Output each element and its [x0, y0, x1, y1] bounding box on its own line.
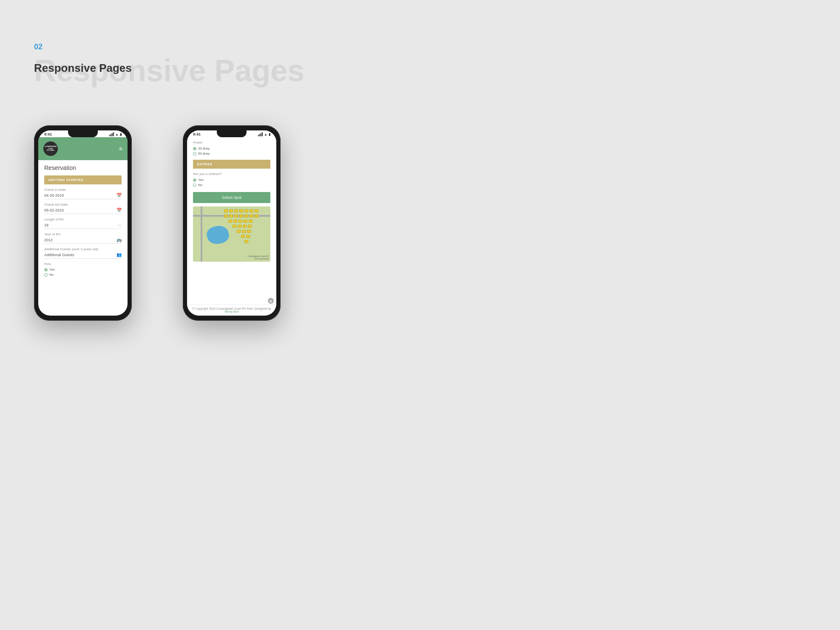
phone2-screen: 9:41 ▲ ▮ Power — [187, 130, 276, 316]
phone1-header-bar: CUNNINGHAMCOVERV PARK ≡ — [38, 137, 128, 160]
battery-icon2: ▮ — [269, 133, 270, 136]
rv-length-label: Length of RV — [44, 218, 122, 221]
rv-year-label: Year of RV — [44, 232, 122, 236]
rv-year-value: 2012 — [44, 238, 53, 242]
veteran-yes-option[interactable]: Yes — [193, 178, 270, 182]
logo-area: CUNNINGHAMCOVERV PARK — [43, 141, 58, 156]
pets-no-option[interactable]: No — [44, 273, 122, 277]
calendar-icon2: 📅 — [116, 208, 122, 212]
rv-length-field: Length of RV 18 ↔ — [44, 218, 122, 229]
additional-guests-label: Additional Guests (over 2 years old) — [44, 247, 122, 251]
phone2-frame: 9:41 ▲ ▮ Power — [183, 125, 281, 321]
pets-yes-radio[interactable] — [44, 268, 48, 271]
extras-header: EXTRAS — [193, 160, 270, 169]
checkin-value: 04-26-2019 — [44, 193, 64, 198]
section-header: GETTING STARTED — [44, 175, 122, 184]
footer-text: © Copyright 2018 Cunningham Cove RV Park… — [192, 307, 271, 310]
phone1-screen: 9:41 ▲ ▮ CUNNINGHAMCOVERV PARK — [38, 130, 128, 316]
power-30amp-option[interactable]: 30 Amp — [193, 147, 270, 150]
checkin-input[interactable]: 04-26-2019 📅 — [44, 193, 122, 199]
calendar-icon: 📅 — [116, 193, 122, 198]
additional-guests-input[interactable]: Additional Guests 👥 — [44, 252, 122, 259]
page-number: 02 — [34, 42, 43, 51]
rv-year-input[interactable]: 2012 🚌 — [44, 237, 122, 244]
pets-yes-label: Yes — [49, 268, 55, 271]
guests-icon: 👥 — [116, 252, 122, 257]
veteran-no-label: No — [198, 183, 202, 187]
power-50amp-radio[interactable] — [193, 152, 196, 155]
select-spot-button[interactable]: Select Spot — [193, 192, 270, 203]
additional-guests-value: Additional Guests — [44, 253, 74, 257]
title-container: Responsive Pages Responsive Pages — [34, 53, 43, 83]
checkin-label: Check-in Date — [44, 188, 122, 192]
phone1-notch — [68, 130, 98, 137]
checkout-value: 05-02-2019 — [44, 208, 64, 212]
phone1-content: Reservation GETTING STARTED Check-in Dat… — [38, 160, 128, 282]
phone1-status-icons: ▲ ▮ — [109, 132, 122, 136]
pets-label: Pets — [44, 262, 122, 266]
power-section: Power 30 Amp 50 Amp — [193, 141, 270, 155]
rv-spots-grid — [224, 209, 269, 257]
map-area: Cunningham Cove RVPark Spot Map — [193, 206, 270, 262]
phone2-footer: © Copyright 2018 Cunningham Cove RV Park… — [187, 304, 276, 316]
checkin-field: Check-in Date 04-26-2019 📅 — [44, 188, 122, 199]
pets-no-label: No — [49, 273, 54, 277]
wifi-icon: ▲ — [115, 133, 119, 136]
battery-icon: ▮ — [120, 133, 122, 136]
checkout-input[interactable]: 05-02-2019 📅 — [44, 208, 122, 214]
veteran-label: Are you a veteran? — [193, 172, 270, 176]
pets-yes-option[interactable]: Yes — [44, 268, 122, 271]
pets-no-radio[interactable] — [44, 273, 48, 277]
rv-length-value: 18 — [44, 223, 48, 227]
additional-guests-field: Additional Guests (over 2 years old) Add… — [44, 247, 122, 259]
phone2-status-icons: ▲ ▮ — [258, 132, 270, 136]
veteran-no-option[interactable]: No — [193, 183, 270, 187]
pets-section: Pets Yes No — [44, 262, 122, 277]
map-legend: Cunningham Cove RVPark Spot Map — [247, 255, 269, 260]
phone1-frame: 9:41 ▲ ▮ CUNNINGHAMCOVERV PARK — [34, 125, 132, 321]
power-30amp-label: 30 Amp — [198, 147, 210, 150]
veteran-no-radio[interactable] — [193, 184, 196, 187]
hamburger-icon[interactable]: ≡ — [119, 146, 122, 152]
reservation-title: Reservation — [44, 164, 122, 171]
power-50amp-label: 50 Amp — [198, 152, 210, 155]
select-spot-label: Select Spot — [222, 195, 241, 200]
phone2-notch — [217, 130, 247, 137]
veteran-section: Are you a veteran? Yes No — [193, 172, 270, 187]
rv-icon: 🚌 — [116, 237, 122, 242]
rv-length-input[interactable]: 18 ↔ — [44, 223, 122, 229]
veteran-yes-radio[interactable] — [193, 178, 196, 182]
title-main: Responsive Pages — [34, 62, 132, 75]
page-header: 02 Responsive Pages Responsive Pages — [34, 42, 43, 83]
veteran-yes-label: Yes — [198, 178, 204, 182]
phone2-content: Power 30 Amp 50 Amp EXTRAS Are you a vet… — [187, 137, 276, 265]
checkout-field: Check-out Date 05-02-2019 📅 — [44, 203, 122, 214]
rv-year-field: Year of RV 2012 🚌 — [44, 232, 122, 244]
map-road-vertical — [201, 206, 202, 262]
logo-icon: CUNNINGHAMCOVERV PARK — [43, 141, 58, 156]
power-30amp-radio[interactable] — [193, 147, 196, 150]
checkout-label: Check-out Date — [44, 203, 122, 206]
nerdy-bird-link[interactable]: Nerdy Bird — [224, 310, 238, 313]
signal-bars-icon — [109, 132, 114, 136]
power-label: Power — [193, 141, 270, 144]
phone2-time: 9:41 — [193, 132, 201, 136]
wifi-icon2: ▲ — [264, 133, 267, 136]
phone1-time: 9:41 — [44, 132, 52, 136]
arrows-icon: ↔ — [117, 223, 122, 227]
signal-bars-icon2 — [258, 132, 263, 136]
phones-container: 9:41 ▲ ▮ CUNNINGHAMCOVERV PARK — [34, 125, 281, 321]
power-50amp-option[interactable]: 50 Amp — [193, 152, 270, 155]
scroll-indicator[interactable]: ▲ — [268, 298, 274, 304]
